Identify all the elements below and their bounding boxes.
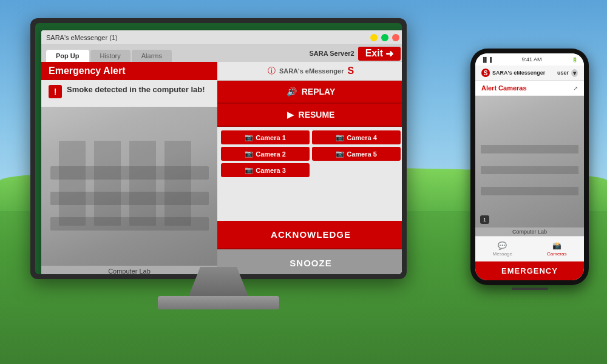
exclamation-icon: ! [49,85,62,98]
minimize-button[interactable] [370,34,378,41]
tab-popup[interactable]: Pop Up [46,50,89,62]
phone-bottom-tabs: 💬 Message 📸 Cameras [475,236,584,261]
camera-5-button[interactable]: 📷 Camera 5 [312,147,401,161]
camera-1-label: Camera 1 [256,134,286,141]
camera-4-label: Camera 4 [347,134,377,141]
phone-tab-message-label: Message [493,251,512,257]
phone-screen: ▐▌▐ 9:41 AM 🔋 S SARA's eMessenger user ▾ [475,53,584,280]
phone-tab-cameras[interactable]: 📸 Cameras [530,237,585,261]
alert-title: Emergency Alert [49,66,126,76]
phone-status-bar: ▐▌▐ 9:41 AM 🔋 [475,53,584,66]
phone-camera-image [475,96,584,236]
camera-2-button[interactable]: 📷 Camera 2 [221,147,310,161]
snooze-label: SNOOZE [290,258,331,268]
phone-alert-cameras-title: Alert Cameras [481,84,527,92]
message-icon: 💬 [498,241,507,250]
phone-badge: 1 [480,215,489,224]
phone-nav-dropdown-icon[interactable]: ▾ [571,69,578,77]
tab-alarms[interactable]: Alarms [132,50,172,62]
phone-time: 9:41 AM [521,56,541,62]
camera-2-label: Camera 2 [256,150,286,158]
phone-emergency-button[interactable]: EMERGENCY [475,261,584,280]
snooze-button[interactable]: SNOOZE [217,249,402,274]
camera-preview: Computer Lab [41,107,217,274]
alert-header: Emergency Alert [41,62,217,80]
resume-label: RESUME [299,110,335,120]
camera-5-label: Camera 5 [347,150,377,158]
phone-battery-icon: 🔋 [572,57,578,62]
sara-brand-row: ⓘ SARA's eMessenger S [217,62,402,81]
camera-image [41,107,217,274]
camera-2-icon: 📷 [245,150,253,158]
replay-button[interactable]: 🔊 REPLAY [217,81,402,104]
app-body: Emergency Alert ! Smoke detected in the … [41,62,402,274]
phone-camera-preview: Computer Lab 1 [475,96,584,236]
monitor-container: SARA's eMessenger (1) Pop Up History Ala… [30,18,443,334]
alert-message-row: ! Smoke detected in the computer lab! [41,80,217,107]
alert-message-text: Smoke detected in the computer lab! [67,85,205,95]
app-titlebar: SARA's eMessenger (1) [41,30,402,45]
sara-s-icon: S [347,66,354,76]
camera-grid: 📷 Camera 1 📷 Camera 4 📷 Camera 2 [217,127,402,181]
phone-home-indicator [512,288,548,290]
phone-nav-bar: S SARA's eMessenger user ▾ [475,66,584,81]
camera-5-icon: 📷 [336,150,344,158]
replay-speaker-icon: 🔊 [287,87,297,96]
monitor-base [158,296,279,309]
phone-alert-cams-header: Alert Cameras ↗ [475,81,584,96]
camera-4-icon: 📷 [336,133,344,141]
camera-3-icon: 📷 [245,166,253,174]
left-panel: Emergency Alert ! Smoke detected in the … [41,62,217,274]
resume-button[interactable]: ▶ RESUME [217,104,402,127]
exit-label: Exit [365,48,383,59]
phone-camera-label: Computer Lab [475,228,584,236]
resume-play-icon: ▶ [287,110,294,120]
app-window: SARA's eMessenger (1) Pop Up History Ala… [41,30,402,274]
cameras-icon: 📸 [552,241,561,250]
exit-arrow-icon: ➜ [385,48,393,59]
phone-signal-icon: ▐▌▐ [481,57,492,62]
acknowledge-button[interactable]: ACKNOWLEDGE [217,221,402,249]
phone-emergency-label: EMERGENCY [501,266,558,275]
titlebar-controls [370,34,399,41]
tab-history[interactable]: History [90,50,131,62]
monitor-bezel: SARA's eMessenger (1) Pop Up History Ala… [30,18,407,279]
camera-3-label: Camera 3 [256,167,286,174]
phone-nav-title: SARA's eMessenger [492,70,545,76]
monitor-screen: SARA's eMessenger (1) Pop Up History Ala… [35,23,402,274]
phone-expand-icon[interactable]: ↗ [573,85,578,92]
phone-content: Alert Cameras ↗ Computer Lab 1 [475,81,584,280]
replay-label: REPLAY [302,87,336,96]
right-panel: ⓘ SARA's eMessenger S 🔊 REPLAY ▶ RESUME [217,62,402,274]
close-button[interactable] [392,34,399,41]
camera-1-icon: 📷 [245,133,253,141]
app-title: SARA's eMessenger (1) [46,34,118,41]
acknowledge-label: ACKNOWLEDGE [271,229,351,240]
camera-1-button[interactable]: 📷 Camera 1 [221,130,310,144]
phone-nav-icon: S [481,69,490,77]
phone-container: ▐▌▐ 9:41 AM 🔋 S SARA's eMessenger user ▾ [470,49,589,291]
phone-tab-message[interactable]: 💬 Message [475,237,530,261]
phone-tab-cameras-label: Cameras [547,251,566,257]
camera-3-button[interactable]: 📷 Camera 3 [221,163,310,177]
sara-emessenger-label: SARA's eMessenger [279,67,344,75]
maximize-button[interactable] [381,34,388,41]
exit-button[interactable]: Exit ➜ [358,47,401,61]
phone-body: ▐▌▐ 9:41 AM 🔋 S SARA's eMessenger user ▾ [470,49,589,285]
info-icon: ⓘ [268,66,276,76]
camera-4-button[interactable]: 📷 Camera 4 [312,130,401,144]
phone-nav-user: user [557,70,569,76]
camera-label: Computer Lab [41,266,217,274]
sara-server-label: SARA Server2 [309,50,354,57]
